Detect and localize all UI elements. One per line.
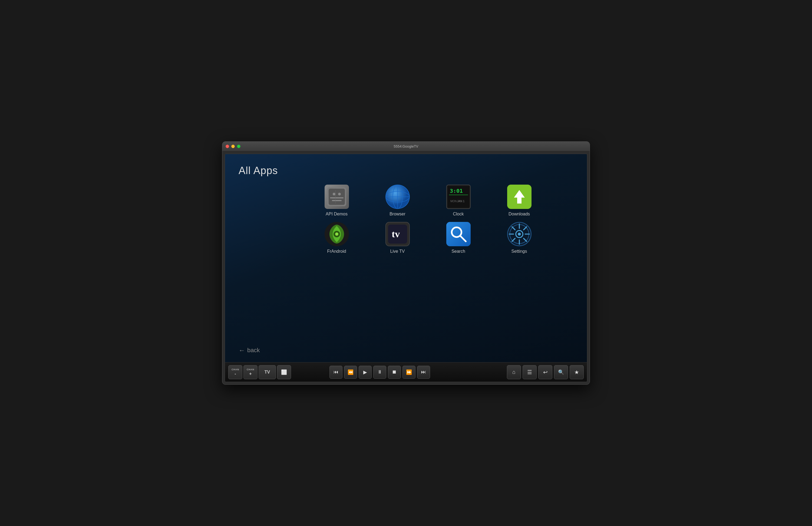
favorite-icon: ★ [574, 369, 579, 375]
close-button[interactable] [226, 145, 229, 148]
chan-plus-label: CHAN [247, 368, 254, 371]
live-tv-icon: tv [386, 222, 410, 246]
frandroid-icon [324, 222, 349, 246]
tv-screen: All Apps A [225, 154, 587, 362]
pause-icon: ⏸ [377, 369, 382, 375]
fast-forward-button[interactable]: ⏩ [403, 366, 416, 379]
downloads-icon [507, 185, 532, 209]
search-nav-icon: 🔍 [558, 369, 564, 375]
pause-button[interactable]: ⏸ [373, 366, 386, 379]
svg-point-2 [333, 193, 335, 195]
home-button[interactable]: ⌂ [507, 365, 521, 379]
play-icon: ▶ [363, 369, 367, 375]
favorite-button[interactable]: ★ [570, 365, 584, 379]
api-demos-icon [324, 185, 349, 209]
search-label: Search [451, 249, 465, 254]
settings-icon [507, 222, 532, 246]
svg-text:JAN 1: JAN 1 [457, 200, 465, 203]
svg-rect-4 [330, 197, 344, 198]
live-tv-label: Live TV [390, 249, 405, 254]
svg-point-22 [335, 232, 338, 236]
search-icon [446, 222, 470, 246]
fast-forward-icon: ⏩ [406, 369, 412, 375]
minimize-button[interactable] [231, 145, 235, 148]
app-item-browser[interactable]: Browser [367, 185, 428, 216]
page-title: All Apps [238, 165, 574, 177]
menu-icon: ☰ [527, 369, 532, 375]
api-demos-label: API Demos [326, 212, 348, 216]
stop-icon: ⏹ [392, 369, 397, 375]
search-nav-button[interactable]: 🔍 [554, 365, 568, 379]
svg-point-3 [338, 193, 341, 195]
rewind-icon: ⏪ [348, 369, 353, 375]
window-title: 5554:GoogleTV [394, 144, 418, 148]
title-bar: 5554:GoogleTV [222, 141, 590, 151]
chan-minus-symbol: - [234, 371, 236, 376]
play-button[interactable]: ▶ [359, 366, 372, 379]
channel-controls: CHAN - CHAN + TV ⬜ [228, 365, 291, 379]
skip-forward-icon: ⏭ [421, 369, 426, 375]
app-item-search[interactable]: Search [428, 222, 489, 254]
chan-plus-button[interactable]: CHAN + [244, 365, 258, 379]
back-button[interactable]: ← back [238, 347, 260, 354]
traffic-lights [226, 145, 241, 148]
tv-label: TV [264, 370, 270, 375]
back-arrow-icon: ← [238, 347, 245, 354]
svg-rect-26 [446, 222, 470, 246]
chan-minus-button[interactable]: CHAN - [228, 365, 242, 379]
control-bar: CHAN - CHAN + TV ⬜ ⏮ [225, 362, 587, 382]
svg-point-32 [518, 232, 521, 236]
stop-button[interactable]: ⏹ [388, 366, 401, 379]
svg-text:MON: MON [450, 200, 456, 203]
svg-rect-5 [332, 200, 342, 201]
tv-button[interactable]: TV [259, 365, 276, 379]
browser-icon [386, 185, 410, 209]
svg-rect-1 [329, 189, 345, 205]
device-frame: All Apps A [224, 153, 588, 382]
back-nav-icon: ↩ [543, 369, 548, 375]
back-label: back [247, 347, 260, 354]
media-controls: ⏮ ⏪ ▶ ⏸ ⏹ ⏩ ⏭ [330, 366, 430, 379]
svg-text:3:01: 3:01 [450, 187, 463, 194]
skip-back-icon: ⏮ [334, 369, 338, 375]
svg-rect-15 [449, 195, 468, 195]
browser-label: Browser [390, 212, 405, 216]
skip-back-button[interactable]: ⏮ [330, 366, 343, 379]
app-item-settings[interactable]: Settings [489, 222, 550, 254]
apps-grid: API Demos [306, 185, 550, 254]
mac-window: 5554:GoogleTV All Apps [222, 141, 590, 385]
chan-minus-label: CHAN [232, 368, 239, 371]
chan-plus-symbol: + [249, 371, 251, 376]
app-item-live-tv[interactable]: tv Live TV [367, 222, 428, 254]
downloads-label: Downloads [508, 212, 530, 216]
settings-label: Settings [511, 249, 527, 254]
app-item-downloads[interactable]: Downloads [489, 185, 550, 216]
maximize-button[interactable] [237, 145, 241, 148]
frandroid-label: FrAndroid [327, 249, 346, 254]
pip-icon: ⬜ [281, 369, 287, 375]
app-item-api-demos[interactable]: API Demos [306, 185, 367, 216]
rewind-button[interactable]: ⏪ [344, 366, 357, 379]
clock-label: Clock [453, 212, 464, 216]
menu-button[interactable]: ☰ [523, 365, 537, 379]
back-nav-button[interactable]: ↩ [538, 365, 552, 379]
skip-forward-button[interactable]: ⏭ [417, 366, 430, 379]
home-icon: ⌂ [512, 369, 516, 375]
app-item-frandroid[interactable]: FrAndroid [306, 222, 367, 254]
nav-controls: ⌂ ☰ ↩ 🔍 ★ [507, 365, 584, 379]
clock-icon: 3:01 MON JAN 1 [446, 185, 470, 209]
pip-button[interactable]: ⬜ [277, 365, 291, 379]
svg-text:tv: tv [392, 229, 400, 240]
app-item-clock[interactable]: 3:01 MON JAN 1 Clock [428, 185, 489, 216]
